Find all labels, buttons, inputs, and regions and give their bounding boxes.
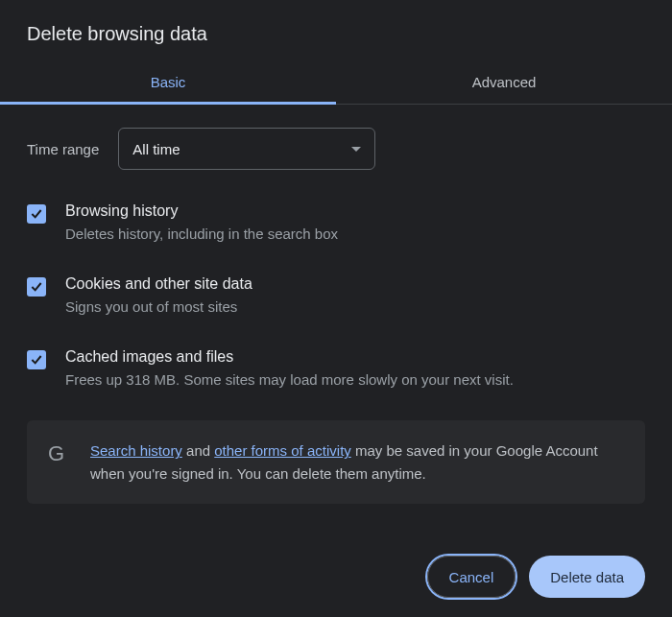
checkbox-cached[interactable] <box>27 350 46 369</box>
option-cookies: Cookies and other site data Signs you ou… <box>27 275 645 318</box>
info-mid: and <box>182 442 214 459</box>
option-title: Cached images and files <box>65 348 645 366</box>
check-icon <box>29 206 44 222</box>
time-range-select[interactable]: All time <box>118 128 375 170</box>
time-range-label: Time range <box>27 141 99 157</box>
delete-browsing-data-dialog: Delete browsing data Basic Advanced Time… <box>0 0 672 504</box>
option-cached: Cached images and files Frees up 318 MB.… <box>27 348 645 391</box>
option-text: Cached images and files Frees up 318 MB.… <box>65 348 645 391</box>
checkbox-browsing-history[interactable] <box>27 204 46 224</box>
link-search-history[interactable]: Search history <box>90 442 182 459</box>
check-icon <box>29 352 44 368</box>
time-range-row: Time range All time <box>27 128 645 170</box>
option-title: Cookies and other site data <box>65 275 645 293</box>
chevron-down-icon <box>351 147 361 152</box>
option-desc: Deletes history, including in the search… <box>65 224 645 245</box>
tab-advanced[interactable]: Advanced <box>336 62 672 104</box>
tab-basic[interactable]: Basic <box>0 62 336 104</box>
info-text: Search history and other forms of activi… <box>90 439 624 485</box>
check-icon <box>29 279 44 295</box>
option-text: Browsing history Deletes history, includ… <box>65 202 645 245</box>
time-range-value: All time <box>132 141 180 157</box>
dialog-footer: Cancel Delete data <box>427 556 645 598</box>
dialog-body: Time range All time Browsing history Del… <box>0 105 672 504</box>
checkbox-cookies[interactable] <box>27 277 46 297</box>
link-other-activity[interactable]: other forms of activity <box>214 442 351 459</box>
cancel-button[interactable]: Cancel <box>427 556 516 598</box>
dialog-title: Delete browsing data <box>0 23 672 62</box>
option-desc: Signs you out of most sites <box>65 297 645 318</box>
google-icon: G <box>48 441 73 466</box>
option-browsing-history: Browsing history Deletes history, includ… <box>27 202 645 245</box>
info-box: G Search history and other forms of acti… <box>27 420 645 504</box>
delete-data-button[interactable]: Delete data <box>529 556 645 598</box>
option-desc: Frees up 318 MB. Some sites may load mor… <box>65 369 645 391</box>
tabs: Basic Advanced <box>0 62 672 105</box>
option-text: Cookies and other site data Signs you ou… <box>65 275 645 318</box>
option-title: Browsing history <box>65 202 645 220</box>
